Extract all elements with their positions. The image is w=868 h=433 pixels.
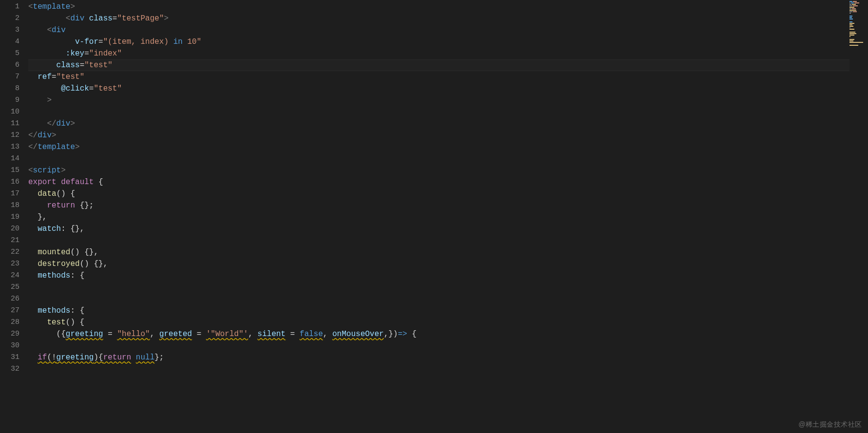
code-line[interactable]: v-for="(item, index) in 10": [28, 36, 868, 48]
minimap-row: [849, 45, 868, 46]
line-number: 9: [0, 94, 19, 106]
minimap-row: [849, 8, 868, 9]
code-line[interactable]: [28, 363, 868, 375]
code-line[interactable]: },: [28, 211, 868, 223]
minimap-row: [849, 23, 868, 24]
code-line[interactable]: </div>: [28, 118, 868, 130]
code-line[interactable]: ref="test": [28, 71, 868, 83]
code-line[interactable]: <div: [28, 24, 868, 36]
minimap-row: [849, 7, 868, 8]
code-line[interactable]: [28, 153, 868, 165]
minimap-row: [849, 4, 868, 5]
minimap-row: [849, 42, 868, 43]
minimap-row: [849, 33, 868, 34]
code-line[interactable]: test() {: [28, 317, 868, 328]
line-number: 16: [0, 176, 19, 188]
line-number: 12: [0, 130, 19, 141]
line-number: 20: [0, 223, 19, 235]
minimap-row: [849, 40, 868, 41]
minimap-row: [849, 16, 868, 17]
code-line[interactable]: methods: {: [28, 305, 868, 317]
code-line[interactable]: mounted() {},: [28, 246, 868, 258]
code-line[interactable]: ({greeting = "hello", greeted = '"World"…: [28, 328, 868, 340]
line-number: 17: [0, 188, 19, 200]
code-line[interactable]: watch: {},: [28, 223, 868, 235]
minimap-row: [849, 36, 868, 37]
code-line[interactable]: [28, 293, 868, 305]
line-number: 7: [0, 71, 19, 83]
code-line[interactable]: >: [28, 94, 868, 106]
line-number: 1: [0, 1, 19, 13]
line-number: 6: [0, 59, 19, 71]
minimap-row: [849, 1, 868, 2]
minimap[interactable]: [849, 0, 868, 433]
minimap-row: [849, 17, 868, 18]
code-line[interactable]: class="test": [28, 59, 868, 71]
minimap-row: [849, 27, 868, 28]
code-line[interactable]: if(!greeting){return null};: [28, 352, 868, 363]
code-line[interactable]: export default {: [28, 176, 868, 188]
line-number: 24: [0, 270, 19, 282]
code-line[interactable]: </template>: [28, 141, 868, 153]
code-line[interactable]: [28, 235, 868, 246]
minimap-row: [849, 29, 868, 30]
line-number: 27: [0, 305, 19, 317]
minimap-row: [849, 14, 868, 15]
line-number: 29: [0, 328, 19, 340]
code-line[interactable]: destroyed() {},: [28, 258, 868, 270]
code-line[interactable]: :key="index": [28, 48, 868, 59]
code-line[interactable]: [28, 340, 868, 352]
line-number: 2: [0, 13, 19, 24]
line-number: 3: [0, 24, 19, 36]
line-number: 5: [0, 48, 19, 59]
minimap-row: [849, 35, 868, 36]
line-number: 32: [0, 363, 19, 375]
minimap-row: [849, 10, 868, 11]
line-number: 14: [0, 153, 19, 165]
minimap-row: [849, 38, 868, 38]
line-number: 22: [0, 246, 19, 258]
line-number: 19: [0, 211, 19, 223]
line-number: 28: [0, 317, 19, 328]
line-number: 23: [0, 258, 19, 270]
code-line[interactable]: methods: {: [28, 270, 868, 282]
line-number: 25: [0, 282, 19, 293]
minimap-row: [849, 11, 868, 12]
code-line[interactable]: </div>: [28, 130, 868, 141]
minimap-row: [849, 13, 868, 14]
code-line[interactable]: [28, 106, 868, 118]
line-number: 4: [0, 36, 19, 48]
line-number: 31: [0, 352, 19, 363]
watermark: @稀土掘金技术社区: [798, 420, 862, 429]
code-line[interactable]: <div class="testPage">: [28, 13, 868, 24]
minimap-row: [849, 2, 868, 3]
code-line[interactable]: return {};: [28, 200, 868, 211]
minimap-row: [849, 5, 868, 6]
line-number: 8: [0, 83, 19, 94]
minimap-row: [849, 21, 868, 22]
line-number: 11: [0, 118, 19, 130]
code-line[interactable]: <template>: [28, 1, 868, 13]
code-line[interactable]: data() {: [28, 188, 868, 200]
line-number: 13: [0, 141, 19, 153]
line-number: 10: [0, 106, 19, 118]
code-line[interactable]: <script>: [28, 165, 868, 176]
line-number: 18: [0, 200, 19, 211]
minimap-row: [849, 19, 868, 19]
code-line[interactable]: @click="test": [28, 83, 868, 94]
minimap-row: [849, 32, 868, 33]
minimap-row: [849, 30, 868, 31]
line-number: 30: [0, 340, 19, 352]
minimap-row: [849, 26, 868, 27]
minimap-row: [849, 43, 868, 44]
code-line[interactable]: [28, 282, 868, 293]
line-number-gutter[interactable]: 1234567891011121314151617181920212223242…: [0, 0, 28, 433]
code-editor[interactable]: … 12345678910111213141516171819202122232…: [0, 0, 868, 433]
line-number: 21: [0, 235, 19, 246]
line-number: 26: [0, 293, 19, 305]
minimap-row: [849, 24, 868, 25]
line-number: 15: [0, 165, 19, 176]
minimap-row: [849, 39, 868, 40]
code-area[interactable]: <template> <div class="testPage"> <div v…: [28, 0, 868, 433]
minimap-row: [849, 20, 868, 21]
